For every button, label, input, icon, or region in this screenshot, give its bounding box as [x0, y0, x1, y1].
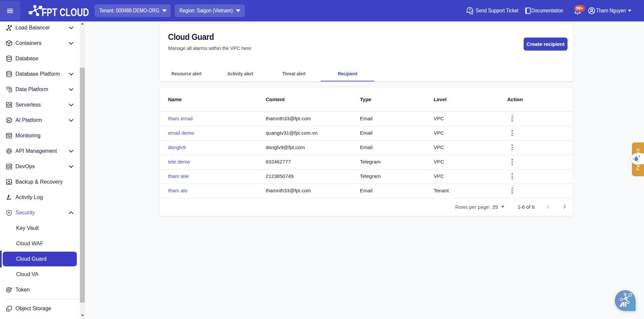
svg-text:API: API	[7, 150, 11, 152]
svg-text:?: ?	[469, 8, 471, 12]
svg-text:AI: AI	[8, 119, 10, 122]
svg-text:FPT CLOUD: FPT CLOUD	[42, 6, 89, 18]
